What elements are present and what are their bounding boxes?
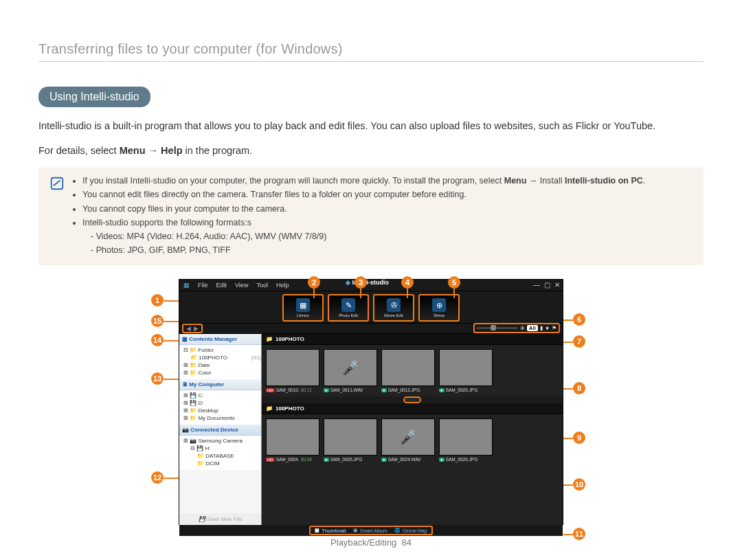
thumb-image[interactable] <box>381 418 435 456</box>
file-name: SAM_0026.JPG <box>446 457 478 462</box>
menu-view[interactable]: View <box>235 282 248 289</box>
grip-icon[interactable] <box>403 396 421 403</box>
split-handle[interactable] <box>262 396 563 403</box>
tree-date[interactable]: ⊞ 📁 Date <box>183 361 261 369</box>
tree-drive-c[interactable]: ⊞ 💾 C: <box>183 392 261 399</box>
mode-share[interactable]: ⊕Share <box>418 294 460 322</box>
nav-forward-icon[interactable]: ▶ <box>194 325 199 332</box>
file-badge: ● <box>324 388 329 392</box>
main-area: 📁100PHOTO HDSAM_0010. 00:11●SAM_0011.WAV… <box>262 334 563 525</box>
note-icon <box>49 175 69 191</box>
tree-desktop[interactable]: ⊞ 📁 Desktop <box>183 407 261 414</box>
callout-14: 14 <box>151 334 164 346</box>
intro-paragraph-1: Intelli-studio is a built-in program tha… <box>38 118 704 135</box>
filter-star-icon[interactable]: ★ <box>545 325 550 331</box>
filter-flag-icon[interactable]: ⚑ <box>552 325 556 331</box>
thumb-caption: HDSAM_0004. 00:08 <box>266 456 319 462</box>
menu-edit[interactable]: Edit <box>216 282 227 289</box>
view-modes: ▦ Thumbnail ▣ Smart Album 🌐 Global Map <box>309 526 432 535</box>
thumbnail[interactable]: ●SAM_0026.JPG <box>439 418 493 462</box>
nav-arrows[interactable]: ◀ ▶ <box>182 324 203 333</box>
file-name: SAM_0004. <box>276 457 300 462</box>
thumbnail[interactable]: ●SAM_0012.JPG <box>381 349 435 392</box>
thumb-image[interactable] <box>324 418 377 456</box>
svg-point-1 <box>54 184 55 186</box>
mode-library[interactable]: ▦Library <box>282 294 324 322</box>
thumbnail[interactable]: ●SAM_0011.WAV <box>324 349 377 392</box>
view-smart-album[interactable]: ▣ Smart Album <box>353 528 387 533</box>
folder-icon: 📁 <box>266 405 273 412</box>
app-icon: ▦ <box>183 282 190 289</box>
file-name: SAM_0012.JPG <box>388 388 420 392</box>
file-badge: ● <box>439 388 445 392</box>
file-badge: ● <box>439 458 445 462</box>
window-close[interactable]: ✕ <box>554 281 560 289</box>
thumb-caption: ●SAM_0005.JPG <box>324 456 377 462</box>
callout-11: 11 <box>573 528 585 540</box>
mode-photo-edit[interactable]: ✎Photo Edit <box>328 294 369 322</box>
callout-12: 12 <box>151 471 164 484</box>
tree-database[interactable]: 📁 DATABASE <box>197 452 261 460</box>
bottombar: ▦ Thumbnail ▣ Smart Album 🌐 Global Map <box>179 525 563 536</box>
thumbnail[interactable]: HDSAM_0010. 00:11 <box>266 349 319 392</box>
menu-help[interactable]: Help <box>276 282 289 289</box>
menu-tool[interactable]: Tool <box>256 282 268 289</box>
thumbnail[interactable]: HDSAM_0004. 00:08 <box>266 418 319 462</box>
tree-drive-d[interactable]: ⊞ 💾 D: <box>183 399 261 407</box>
tree-camera[interactable]: ⊞ 📷 Samsung Camera <box>183 437 261 445</box>
zoom-in-icon[interactable]: ⊕ <box>520 325 525 331</box>
tree-mydocs[interactable]: ⊞ 📁 My Documents <box>183 414 261 422</box>
menu-bold: Menu <box>120 145 146 156</box>
thumb-caption: ●SAM_0026.JPG <box>439 456 493 462</box>
intro-text: For details, select <box>38 145 120 156</box>
tree-dcim[interactable]: 📁 DCIM <box>197 460 261 467</box>
intro-paragraph-2: For details, select Menu → Help in the p… <box>38 143 704 159</box>
app-title: ◈ Intelli-studio <box>346 279 389 286</box>
filter-all[interactable]: All <box>527 325 538 331</box>
mode-movie-edit[interactable]: ✇Movie Edit <box>373 294 414 322</box>
thumb-image[interactable] <box>381 349 435 386</box>
thumb-image[interactable] <box>266 349 319 386</box>
callout-7: 7 <box>573 335 585 348</box>
tree-contents: ⊟ 📁 Folder 📁 100PHOTO (91) ⊞ 📁 Date ⊞ 📁 … <box>179 345 261 379</box>
screenshot-area: 2 3 4 5 1 15 14 13 12 6 7 8 9 10 11 <box>158 279 584 525</box>
help-bold: Help <box>161 145 182 156</box>
file-duration: 00:11 <box>301 388 312 392</box>
thumb-image[interactable] <box>439 349 493 386</box>
callout-10: 10 <box>573 478 585 491</box>
file-name: SAM_0024.WAV <box>388 457 421 462</box>
save-new-file-button[interactable]: 💾 Save New File <box>179 513 261 525</box>
zoom-slider[interactable] <box>477 327 518 329</box>
view-thumbnail[interactable]: ▦ Thumbnail <box>315 528 346 533</box>
toolstrip: ◀ ▶ ⊕ All ▮ ★ ⚑ <box>179 323 563 334</box>
view-global-map[interactable]: 🌐 Global Map <box>394 528 427 533</box>
callout-15: 15 <box>151 315 164 327</box>
thumbnail[interactable]: ●SAM_0026.JPG <box>439 349 493 392</box>
thumb-image[interactable] <box>439 418 493 456</box>
tree-100photo[interactable]: 📁 100PHOTO (91) <box>190 354 261 361</box>
file-name: SAM_0010. <box>276 388 300 392</box>
nav-back-icon[interactable]: ◀ <box>186 325 191 332</box>
page-footer: Playback/Editing 84 <box>0 537 742 548</box>
tree-mycomputer: ⊞ 💾 C: ⊞ 💾 D: ⊞ 📁 Desktop ⊞ 📁 My Documen… <box>179 390 261 425</box>
window-maximize[interactable]: ▢ <box>544 281 550 289</box>
file-name: SAM_0026.JPG <box>446 388 478 392</box>
thumb-caption: ●SAM_0012.JPG <box>381 386 435 392</box>
upper-thumbs: HDSAM_0010. 00:11●SAM_0011.WAV●SAM_0012.… <box>262 345 563 396</box>
window-minimize[interactable]: — <box>533 281 540 289</box>
filter-tag-icon[interactable]: ▮ <box>540 325 543 331</box>
thumbnail[interactable]: ●SAM_0024.WAV <box>381 418 435 462</box>
callout-5: 5 <box>448 276 460 289</box>
thumb-image[interactable] <box>324 349 377 386</box>
thumb-image[interactable] <box>266 418 319 456</box>
file-badge: ● <box>381 458 387 462</box>
callout-1: 1 <box>151 294 164 306</box>
callout-8: 8 <box>573 382 585 394</box>
tree-folder[interactable]: ⊟ 📁 Folder <box>183 346 261 354</box>
lower-thumbs: HDSAM_0004. 00:08●SAM_0005.JPG●SAM_0024.… <box>262 414 563 466</box>
menu-file[interactable]: File <box>198 282 208 289</box>
file-duration: 00:08 <box>301 457 312 462</box>
tree-drive-h[interactable]: ⊟ 💾 H: <box>190 445 261 452</box>
tree-color[interactable]: ⊞ 📁 Color <box>183 369 261 377</box>
thumbnail[interactable]: ●SAM_0005.JPG <box>324 418 377 462</box>
